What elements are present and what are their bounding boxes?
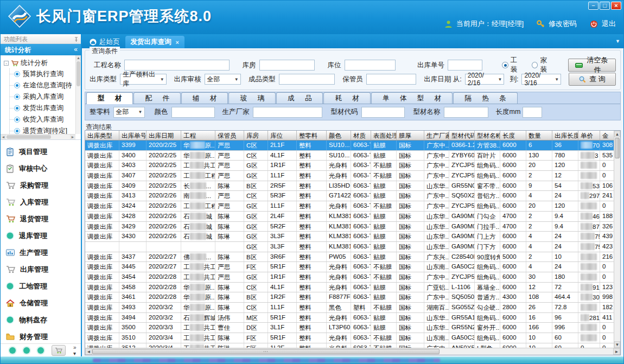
whole-part-select[interactable]: 全部▼ xyxy=(113,107,145,118)
product-type-input[interactable] xyxy=(279,74,335,85)
scroll-right-icon[interactable]: ► xyxy=(70,135,75,139)
sidebar-item-6[interactable]: 退库管理 xyxy=(6,227,81,244)
column-header[interactable]: 表面处理 xyxy=(371,131,397,140)
collapse-icon[interactable]: « xyxy=(74,46,78,55)
column-header[interactable]: 型材代码 xyxy=(449,131,475,140)
column-header[interactable]: 保管员 xyxy=(215,131,244,140)
table-row[interactable]: 调拨出库34002020/2/25华原...严思C区4L1F整料SU10...6… xyxy=(85,151,614,161)
column-header[interactable]: 长度 xyxy=(500,131,526,140)
sidebar-item-12[interactable]: 财务管理 xyxy=(6,328,81,343)
grid-horizontal-scrollbar[interactable]: ◄ ► xyxy=(85,348,620,355)
module-dot-icon[interactable] xyxy=(9,347,16,354)
profile-name-input[interactable] xyxy=(444,107,488,118)
table-row[interactable]: 调拨出库34932020/3/2华原...陈琳C区1L1F整料黑色塑料不贴膜国标… xyxy=(85,303,614,313)
material-tab-1[interactable]: 型 材 xyxy=(86,92,133,104)
sidebar-item-10[interactable]: 仓储管理 xyxy=(6,295,81,311)
table-row[interactable]: 调拨出库34302020/2/26石城陈琳G区3L3F整料KLM38176063… xyxy=(85,232,614,242)
scroll-left-icon[interactable]: ◄ xyxy=(85,348,92,355)
maximize-button[interactable]: □ xyxy=(600,2,610,10)
material-tab-6[interactable]: 耗 材 xyxy=(323,92,370,104)
length-input[interactable] xyxy=(523,107,542,118)
table-row[interactable]: 调拨出库33992020/2/25华原...严思C区2L1F整料SU10...6… xyxy=(85,141,614,151)
column-header[interactable]: 库位 xyxy=(268,131,297,140)
scroll-down-icon[interactable]: ▼ xyxy=(614,341,620,348)
logout-link[interactable]: 退出 xyxy=(602,19,616,29)
tree-item[interactable]: 收货入库查询 xyxy=(10,114,81,125)
tree-vertical-scrollbar[interactable]: ▲ xyxy=(75,55,81,134)
tree-item[interactable]: 采购入库查询 xyxy=(10,91,81,103)
material-tab-7[interactable]: 单 体 型 材 xyxy=(371,92,453,104)
table-row[interactable]: 调拨出库34372020/2/27佛...陈琳B区3R6F整料PW056063-… xyxy=(85,252,614,263)
table-row[interactable]: G区3L3F整料KLM38176063-T5贴膜国标山东华...GA90M09.… xyxy=(85,242,614,252)
material-tab-4[interactable]: 玻 璃 xyxy=(228,92,275,104)
column-header[interactable]: 工程 xyxy=(181,131,215,140)
material-tab-5[interactable]: 成 品 xyxy=(276,92,323,104)
date-from-select[interactable]: 2020/ 2/16▼ xyxy=(465,74,505,85)
date-to-select[interactable]: 2020/ 3/16▼ xyxy=(521,74,561,85)
sidebar-item-1[interactable]: 项目管理 xyxy=(6,143,81,160)
warehouse-input[interactable] xyxy=(259,60,315,71)
material-tab-8[interactable]: 隔 热 条 xyxy=(453,92,517,104)
order-no-input[interactable] xyxy=(448,60,482,71)
tab-shipping-query[interactable]: 发货出库查询× xyxy=(125,36,184,48)
column-header[interactable]: 金 xyxy=(600,131,614,140)
gongzhuang-radio[interactable]: 工装 xyxy=(502,56,523,74)
table-row[interactable]: 调拨出库34092020/2/25长...陈琳B区2R5F整料LI35HD606… xyxy=(85,181,614,191)
tree-item[interactable]: 预算执行查询 xyxy=(10,68,81,80)
tree-item[interactable]: 发货出库查询 xyxy=(10,103,81,114)
search-button[interactable]: 查 询 xyxy=(569,73,616,86)
scroll-right-icon[interactable]: ► xyxy=(613,348,620,355)
tree-expander-icon[interactable]: - xyxy=(4,61,9,66)
column-header[interactable]: 整零料 xyxy=(297,131,327,140)
table-row[interactable]: 调拨出库35002020/3/3工共工程曹佳D区3L1F整料LT3P606063… xyxy=(85,323,614,333)
sidebar-item-3[interactable]: 采购管理 xyxy=(6,177,81,194)
column-header[interactable]: 出库日期 xyxy=(147,131,181,140)
sidebar-item-2[interactable]: 审核中心 xyxy=(6,160,81,177)
project-name-input[interactable] xyxy=(124,60,230,71)
grid-vertical-scrollbar[interactable]: ▲ ▼ xyxy=(614,131,620,348)
scroll-thumb[interactable] xyxy=(77,61,80,86)
column-header[interactable]: 出库类型 xyxy=(85,131,119,140)
audit-select[interactable]: 全部▼ xyxy=(205,74,241,85)
column-header[interactable]: 生产厂家 xyxy=(424,131,449,140)
column-header[interactable]: 数量 xyxy=(526,131,552,140)
column-header[interactable]: 膜厚 xyxy=(397,131,424,140)
pin-icon[interactable] xyxy=(74,35,79,43)
table-row[interactable]: 调拨出库34942020/3/2石辉城汤伟M区5R1F整料光身料6063-T5贴… xyxy=(85,313,614,323)
table-row[interactable]: 调拨出库35102020/3/4工共工程陈琳F区5R1F整料光身料6063-T5… xyxy=(85,333,614,343)
section-header[interactable]: 统计分析 « xyxy=(1,44,81,55)
table-row[interactable]: 调拨出库34612020/2/28华原...陈琳B区1R2F整料F8877FT6… xyxy=(85,292,614,303)
tree-root[interactable]: - 统计分析 xyxy=(4,58,81,68)
column-header[interactable]: 出库单号 xyxy=(119,131,147,140)
table-row[interactable]: 调拨出库34132020/2/26南...严思C区5R3F整料G71422606… xyxy=(85,191,614,201)
column-header[interactable]: 材质 xyxy=(351,131,371,140)
table-row[interactable]: 调拨出库34542020/2/28工共工程严思G区1R1F整料光身料6063-T… xyxy=(85,272,614,283)
module-dot-icon[interactable] xyxy=(37,347,44,354)
scroll-left-icon[interactable]: ◄ xyxy=(1,135,6,139)
scroll-up-icon[interactable]: ▲ xyxy=(614,131,620,137)
change-password-link[interactable]: 修改密码 xyxy=(549,19,577,29)
table-row[interactable]: 调拨出库34242020/2/26工工程严思G区1L1F整料光身料6063-T5… xyxy=(85,201,614,212)
table-row[interactable]: 调拨出库34452020/2/27工共工程严思F区5R1F整料光身料6063-T… xyxy=(85,262,614,272)
table-row[interactable]: 调拨出库34582020/2/28华原...陈琳C区4L1F整料光身料6063-… xyxy=(85,283,614,293)
keeper-input[interactable] xyxy=(366,74,416,85)
minimize-button[interactable]: − xyxy=(588,2,598,10)
module-dot-icon[interactable] xyxy=(23,347,30,354)
color-input[interactable] xyxy=(171,107,215,118)
profile-code-input[interactable] xyxy=(361,107,405,118)
tab-close-icon[interactable]: × xyxy=(176,39,179,46)
sidebar-item-4[interactable]: 入库管理 xyxy=(6,194,81,210)
table-row[interactable]: 调拨出库35122020/3/4工共工程陈琳F区1L2F整料光身料6063-T5… xyxy=(85,343,614,348)
tree-item[interactable]: 在途信息查询[待 xyxy=(10,80,81,91)
scroll-thumb[interactable] xyxy=(615,138,620,158)
scroll-thumb[interactable] xyxy=(92,349,440,354)
sidebar-item-9[interactable]: 工地管理 xyxy=(6,278,81,295)
column-header[interactable]: 型材名称 xyxy=(475,131,500,140)
table-row[interactable]: 调拨出库34282020/2/26石城陈琳G区2L4F整料KLM38176063… xyxy=(85,212,614,222)
more-modules-chevron[interactable]: »▾ xyxy=(73,344,77,356)
maker-input[interactable] xyxy=(253,107,322,118)
material-tab-3[interactable]: 辅 材 xyxy=(181,92,228,104)
column-header[interactable]: 单价 xyxy=(578,131,600,140)
out-type-select[interactable]: 生产领料出库▼ xyxy=(120,74,167,85)
table-row[interactable]: 调拨出库34032020/2/25工共工程严思G区1R1F整料光身料6063-T… xyxy=(85,161,614,171)
